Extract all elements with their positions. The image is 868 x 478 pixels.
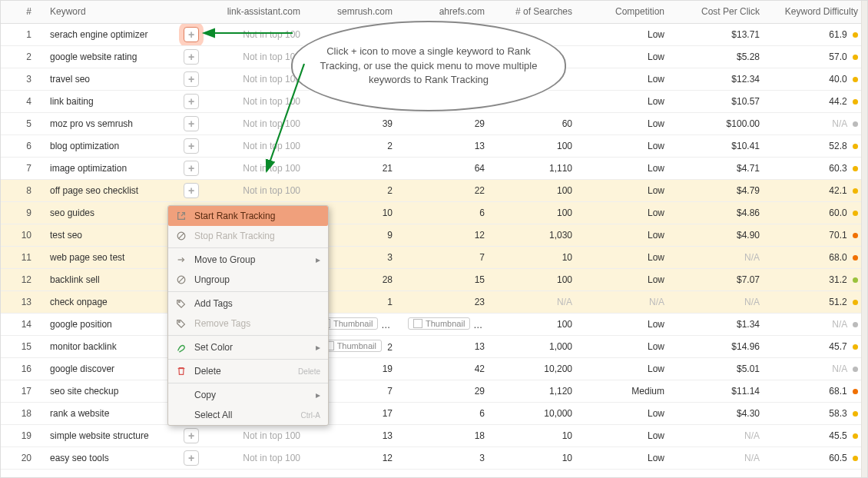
table-row[interactable]: 13check onpage+123N/AN/AN/A51.2 [1, 290, 868, 313]
table-row[interactable]: 16google discover+194210,200Low$5.01N/A [1, 357, 868, 380]
keyword-cell: simple website structure+ [45, 424, 204, 446]
instruction-callout: Click + icon to move a single keyword to… [291, 21, 566, 111]
cpc-cell: $1.34 [675, 313, 770, 335]
ahrefs-cell: 18 [403, 424, 495, 446]
menu-set-color[interactable]: Set Color ▸ [168, 337, 328, 357]
table-row[interactable]: 20easy seo tools+Not in top 10012310LowN… [1, 446, 868, 469]
table-row[interactable]: 12backlink sell+2815100Low$7.0731.2 [1, 268, 868, 290]
competition-cell: Low [583, 45, 675, 68]
menu-separator [168, 383, 328, 383]
table-row[interactable]: 14google position+Thumbnail 17Thumbnail … [1, 313, 868, 335]
difficulty-dot-icon [853, 144, 858, 149]
cpc-cell: $11.14 [675, 380, 770, 402]
ahrefs-cell: 3 [403, 446, 495, 469]
add-to-rank-tracking-button[interactable]: + [184, 428, 199, 443]
scrollbar-track[interactable] [861, 1, 867, 477]
add-to-rank-tracking-button[interactable]: + [184, 138, 199, 154]
row-number: 4 [1, 90, 45, 112]
searches-cell: 1,000 [495, 335, 583, 357]
menu-ungroup[interactable]: Ungroup [168, 270, 328, 290]
competition-cell: Low [583, 134, 675, 157]
competition-cell: Low [583, 424, 675, 446]
col-link-assistant[interactable]: link-assistant.com [204, 1, 311, 23]
menu-label: Remove Tags [194, 318, 250, 329]
ungroup-icon [176, 274, 187, 285]
table-row[interactable]: 8off page seo checklist+Not in top 10022… [1, 179, 868, 201]
semrush-cell: 2 [311, 134, 403, 157]
menu-separator [168, 291, 328, 292]
add-to-rank-tracking-button[interactable]: + [184, 71, 199, 87]
menu-select-all[interactable]: Select All Ctrl-A [168, 405, 328, 425]
table-row[interactable]: 19simple website structure+Not in top 10… [1, 424, 868, 446]
table-row[interactable]: 11web page seo test+3710LowN/A68.0 [1, 246, 868, 268]
keyword-text: google website rating [50, 51, 176, 62]
table-row[interactable]: 15monitor backlink+Thumbnail 2131,000Low… [1, 335, 868, 357]
menu-label: Stop Rank Tracking [194, 231, 275, 241]
row-number: 18 [1, 402, 45, 424]
keyword-cell: moz pro vs semrush+ [45, 112, 204, 134]
row-number: 16 [1, 357, 45, 380]
difficulty-dot-icon [853, 32, 858, 38]
keyword-cell: image optimization+ [45, 157, 204, 179]
table-row[interactable]: 9seo guides+106100Low$4.8660.0 [1, 201, 868, 224]
menu-separator [168, 335, 328, 336]
keyword-text: google discover [50, 363, 176, 374]
searches-cell: 100 [495, 179, 583, 201]
col-keyword[interactable]: Keyword [45, 1, 204, 23]
col-searches[interactable]: # of Searches [495, 1, 583, 23]
trash-icon [176, 366, 187, 377]
table-row[interactable]: 18rank a website+17610,000Low$4.3058.3 [1, 402, 868, 424]
add-to-rank-tracking-button[interactable]: + [184, 27, 199, 42]
col-number[interactable]: # [1, 1, 45, 23]
add-to-rank-tracking-button[interactable]: + [184, 49, 199, 65]
cpc-cell: N/A [675, 424, 770, 446]
menu-remove-tags: Remove Tags [168, 314, 328, 334]
table-row[interactable]: 10test seo+9121,030Low$4.9070.1 [1, 224, 868, 246]
difficulty-cell: 42.1 [770, 179, 868, 201]
difficulty-dot-icon [853, 233, 858, 238]
menu-start-rank-tracking[interactable]: Start Rank Tracking [168, 206, 328, 226]
row-number: 8 [1, 179, 45, 201]
svg-point-2 [179, 301, 181, 303]
blank-icon [176, 410, 187, 420]
difficulty-dot-icon [853, 322, 858, 327]
add-to-rank-tracking-button[interactable]: + [184, 183, 199, 198]
menu-move-to-group[interactable]: Move to Group ▸ [168, 250, 328, 270]
link-assistant-cell: Not in top 100 [204, 90, 311, 112]
difficulty-cell: 61.9 [770, 23, 868, 45]
table-row[interactable]: 7image optimization+Not in top 10021641,… [1, 157, 868, 179]
ahrefs-cell: 13 [403, 134, 495, 157]
menu-delete[interactable]: Delete Delete [168, 361, 328, 381]
col-cpc[interactable]: Cost Per Click [675, 1, 770, 23]
add-to-rank-tracking-button[interactable]: + [184, 94, 199, 109]
difficulty-cell: 45.5 [770, 424, 868, 446]
add-to-rank-tracking-button[interactable]: + [184, 116, 199, 131]
menu-copy[interactable]: Copy ▸ [168, 385, 328, 405]
row-number: 5 [1, 112, 45, 134]
menu-label: Delete [194, 366, 221, 377]
searches-cell: 100 [495, 134, 583, 157]
keyword-text: test seo [50, 230, 176, 241]
difficulty-dot-icon [853, 411, 858, 417]
ahrefs-cell: 15 [403, 268, 495, 290]
add-to-rank-tracking-button[interactable]: + [184, 450, 199, 466]
table-row[interactable]: 6blog optimization+Not in top 100213100L… [1, 134, 868, 157]
row-number: 17 [1, 380, 45, 402]
ahrefs-cell: 6 [403, 201, 495, 224]
keyword-text: monitor backlink [50, 341, 176, 352]
table-row[interactable]: 5moz pro vs semrush+Not in top 100392960… [1, 112, 868, 134]
col-ahrefs[interactable]: ahrefs.com [403, 1, 495, 23]
table-row[interactable]: 17seo site checkup+7291,120Medium$11.146… [1, 380, 868, 402]
link-assistant-cell: Not in top 100 [204, 424, 311, 446]
menu-add-tags[interactable]: Add Tags [168, 294, 328, 314]
keyword-cell: easy seo tools+ [45, 446, 204, 469]
col-difficulty[interactable]: Keyword Difficulty [770, 1, 868, 23]
keyword-text: serach engine optimizer [50, 29, 176, 40]
link-assistant-cell: Not in top 100 [204, 157, 311, 179]
thumbnail-badge[interactable]: Thumbnail [408, 317, 470, 330]
add-to-rank-tracking-button[interactable]: + [184, 161, 199, 176]
col-semrush[interactable]: semrush.com [311, 1, 403, 23]
col-competition[interactable]: Competition [583, 1, 675, 23]
semrush-cell: 21 [311, 157, 403, 179]
link-assistant-cell: Not in top 100 [204, 112, 311, 134]
